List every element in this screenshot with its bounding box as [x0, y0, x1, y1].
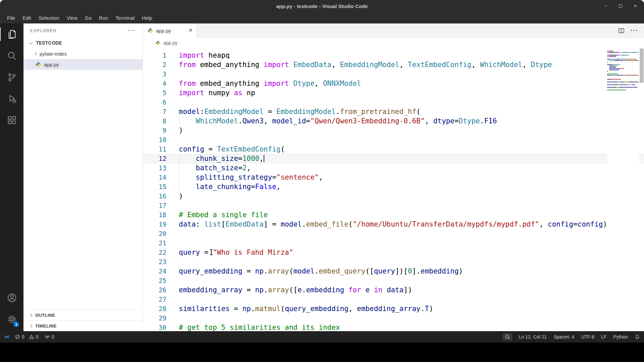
minimize-button[interactable]: −: [602, 3, 609, 9]
scrollbar-thumb[interactable]: [640, 49, 644, 83]
menu-file[interactable]: File: [3, 13, 19, 22]
code-text: splitting_strategy="sentence",: [179, 173, 323, 181]
notifications-bell[interactable]: [635, 334, 640, 340]
code-line-13[interactable]: 13 batch_size=2,: [143, 163, 644, 173]
indent-guide: [179, 182, 179, 191]
code-line-4[interactable]: 4from embed_anything import Dtype, ONNXM…: [143, 79, 644, 88]
remote-icon: ><: [4, 334, 9, 340]
tab-label: app.py: [156, 28, 171, 34]
minimap-line: [607, 89, 639, 91]
workspace-root-testcode[interactable]: TESTCODE: [23, 38, 143, 48]
line-number: 30: [143, 323, 166, 331]
menu-view[interactable]: View: [63, 13, 81, 22]
language-mode[interactable]: Python: [613, 334, 628, 340]
code-line-29[interactable]: 29: [143, 313, 644, 323]
code-line-20[interactable]: 20: [143, 229, 644, 238]
code-line-14[interactable]: 14 splitting_strategy="sentence",: [143, 173, 644, 182]
menu-terminal[interactable]: Terminal: [112, 13, 139, 22]
tab-bar: app.py ✕ ···: [143, 23, 644, 38]
outline-label: OUTLINE: [35, 313, 55, 318]
line-number: 10: [143, 135, 166, 144]
code-line-6[interactable]: 6: [143, 98, 644, 107]
activity-source-control[interactable]: [0, 66, 23, 88]
code-line-1[interactable]: 1import heapq: [143, 51, 644, 60]
line-number: 13: [143, 163, 166, 173]
eol-status[interactable]: LF: [601, 334, 606, 340]
line-number: 22: [143, 248, 166, 257]
code-line-27[interactable]: 27: [143, 295, 644, 304]
menu-help[interactable]: Help: [138, 13, 156, 22]
maximize-button[interactable]: [617, 3, 624, 9]
explorer-header-label: EXPLORER: [30, 28, 57, 33]
code-line-25[interactable]: 25: [143, 276, 644, 285]
menu-edit[interactable]: Edit: [19, 13, 35, 22]
encoding-status[interactable]: UTF-8: [581, 334, 594, 340]
line-number: 9: [143, 126, 166, 135]
code-text: late_chunking=False,: [179, 183, 280, 191]
line-number: 20: [143, 229, 166, 238]
code-line-17[interactable]: 17: [143, 201, 644, 210]
tree-item-pylate-index[interactable]: pylate-index: [23, 48, 143, 59]
indentation-status[interactable]: Spaces: 4: [553, 334, 574, 340]
code-line-10[interactable]: 10: [143, 135, 644, 144]
python-file-icon: [148, 28, 153, 34]
code-line-18[interactable]: 18# Embed a single file: [143, 210, 644, 220]
code-line-21[interactable]: 21: [143, 238, 644, 248]
file-label: app.py: [44, 62, 59, 67]
breadcrumb: app.py: [143, 38, 644, 48]
sidebar-bottom-sections: OUTLINE TIMELINE: [23, 310, 143, 331]
tab-app-py[interactable]: app.py ✕: [143, 23, 197, 38]
ports-indicator[interactable]: 0: [45, 334, 54, 340]
accounts-button[interactable]: [0, 287, 23, 308]
code-line-5[interactable]: 5import numpy as np: [143, 88, 644, 98]
line-number: 12: [143, 154, 166, 163]
code-lines: 1import heapq2from embed_anything import…: [143, 51, 644, 331]
remote-indicator[interactable]: ><: [4, 334, 9, 340]
workspace-label: TESTCODE: [36, 40, 62, 46]
zoom-status-item[interactable]: [503, 333, 512, 341]
code-line-8[interactable]: 8 WhichModel.Qwen3, model_id="Qwen/Qwen3…: [143, 116, 644, 126]
window-controls: − ×: [602, 0, 639, 12]
activity-run-debug[interactable]: [0, 88, 23, 109]
line-number: 26: [143, 285, 166, 295]
code-line-9[interactable]: 9): [143, 126, 644, 135]
menu-run[interactable]: Run: [95, 13, 112, 22]
activity-search[interactable]: [0, 45, 23, 66]
activity-extensions[interactable]: [0, 109, 23, 131]
code-line-28[interactable]: 28similarities = np.matmul(query_embeddi…: [143, 304, 644, 313]
menu-go[interactable]: Go: [81, 13, 95, 22]
timeline-section[interactable]: TIMELINE: [23, 320, 143, 331]
code-line-26[interactable]: 26embedding_array = np.array([e.embeddin…: [143, 285, 644, 295]
code-editor[interactable]: 1import heapq2from embed_anything import…: [143, 48, 644, 331]
settings-button[interactable]: 1: [0, 308, 23, 330]
sidebar-header: EXPLORER ···: [23, 23, 143, 38]
editor-group: app.py ✕ ··· app.py 1import heapq2from e…: [143, 23, 644, 331]
code-text: query = "Who is Fahd Mirza": [179, 248, 293, 256]
code-line-2[interactable]: 2from embed_anything import EmbedData, E…: [143, 60, 644, 69]
close-button[interactable]: ×: [632, 3, 639, 9]
tab-close-icon[interactable]: ✕: [189, 28, 193, 33]
code-line-7[interactable]: 7model:EmbeddingModel = EmbeddingModel.f…: [143, 107, 644, 116]
code-line-12[interactable]: 12 chunk_size=1000,: [143, 154, 644, 163]
tree-item-app-py[interactable]: app.py: [23, 59, 143, 70]
problems-indicator[interactable]: 0 0: [15, 334, 39, 340]
code-line-22[interactable]: 22query = "Who is Fahd Mirza": [143, 248, 644, 257]
code-line-23[interactable]: 23: [143, 257, 644, 266]
split-editor-icon[interactable]: [618, 27, 625, 34]
activity-explorer[interactable]: [0, 23, 23, 45]
minimap[interactable]: [607, 48, 639, 331]
radio-tower-icon: [45, 334, 50, 340]
breadcrumb-item[interactable]: app.py: [163, 40, 177, 46]
code-line-16[interactable]: 16): [143, 191, 644, 201]
menu-selection[interactable]: Selection: [35, 13, 63, 22]
title-bar: app.py - testcode - Visual Studio Code −…: [0, 0, 644, 12]
code-line-24[interactable]: 24query_embedding = np.array(model.embed…: [143, 266, 644, 276]
cursor-position[interactable]: Ln 12, Col 21: [519, 334, 547, 340]
code-line-19[interactable]: 19data: list[EmbedData] = model.embed_fi…: [143, 220, 644, 229]
line-number: 6: [143, 98, 166, 107]
code-line-15[interactable]: 15 late_chunking=False,: [143, 182, 644, 191]
outline-section[interactable]: OUTLINE: [23, 310, 143, 320]
code-line-30[interactable]: 30# get top 5 similarities and its index: [143, 323, 644, 331]
code-line-3[interactable]: 3: [143, 69, 644, 79]
code-line-11[interactable]: 11config = TextEmbedConfig(: [143, 144, 644, 154]
